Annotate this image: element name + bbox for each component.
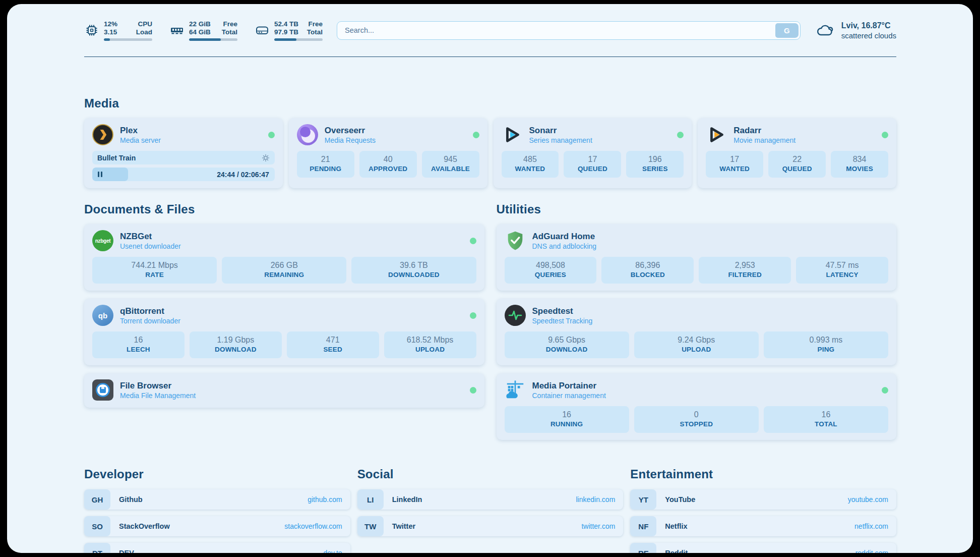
link-name: Reddit xyxy=(665,549,688,553)
pause-icon[interactable] xyxy=(98,172,102,177)
stat-value: 17 xyxy=(707,154,762,164)
stat-value: 39.6 TB xyxy=(352,260,475,270)
link-youtube[interactable]: YT YouTube youtube.com xyxy=(630,489,896,510)
stat-label: DOWNLOADED xyxy=(352,270,475,280)
link-badge: TW xyxy=(357,516,384,536)
app-subtitle: Speedtest Tracking xyxy=(532,316,593,325)
qbittorrent-card[interactable]: qb qBittorrent Torrent downloader 16 LEE… xyxy=(84,299,484,365)
stat-tile: 39.6 TB DOWNLOADED xyxy=(351,257,476,284)
stat-value: 16 xyxy=(506,409,628,420)
nzbget-icon-text: nzbget xyxy=(95,238,110,244)
stat-label: APPROVED xyxy=(360,164,416,174)
status-dot xyxy=(473,132,479,138)
link-netflix[interactable]: NF Netflix netflix.com xyxy=(630,516,896,536)
link-stackoverflow[interactable]: SO StackOverflow stackoverflow.com xyxy=(84,516,350,536)
link-twitter[interactable]: TW Twitter twitter.com xyxy=(357,516,624,536)
stat-tile: 266 GB REMAINING xyxy=(222,257,346,284)
link-url[interactable]: github.com xyxy=(308,495,350,504)
memory-icon xyxy=(169,23,185,38)
link-badge: YT xyxy=(630,489,656,510)
speedtest-card[interactable]: Speedtest Speedtest Tracking 9.65 Gbps D… xyxy=(497,299,897,365)
stat-label: RATE xyxy=(93,270,216,280)
stat-value: 16 xyxy=(765,409,887,420)
stat-value: 266 GB xyxy=(223,260,345,270)
ram-label-bottom: Total xyxy=(222,28,237,36)
stat-value: 86,396 xyxy=(602,260,693,270)
plex-icon xyxy=(92,124,113,145)
app-name: File Browser xyxy=(120,380,196,391)
section-entertainment: Entertainment YT YouTube youtube.com NF … xyxy=(630,467,896,553)
link-github[interactable]: GH Github github.com xyxy=(84,489,350,510)
stat-tile: 2,953 FILTERED xyxy=(699,257,791,284)
stat-label: QUEUED xyxy=(769,164,825,174)
stat-label: LATENCY xyxy=(797,270,887,280)
link-name: Twitter xyxy=(392,522,415,530)
stat-label: PENDING xyxy=(298,164,353,174)
app-name: Sonarr xyxy=(529,125,592,136)
app-name: AdGuard Home xyxy=(532,231,597,242)
stat-label: QUEUED xyxy=(565,164,620,174)
stat-label: TOTAL xyxy=(765,420,887,429)
search-input[interactable] xyxy=(337,21,801,40)
stat-label: UPLOAD xyxy=(635,345,758,354)
stat-label: WANTED xyxy=(707,164,762,174)
stat-tile: 0.993 ms PING xyxy=(764,331,888,358)
overseerr-card[interactable]: Overseerr Media Requests 21 PENDING 40 A… xyxy=(289,118,487,188)
stat-tile: 16 TOTAL xyxy=(764,406,888,433)
portainer-card[interactable]: Media Portainer Container management 16 … xyxy=(497,373,897,440)
radarr-card[interactable]: Radarr Movie management 17 WANTED 22 QUE… xyxy=(698,118,896,188)
link-url[interactable]: linkedin.com xyxy=(576,495,624,504)
link-dev[interactable]: DT DEV dev.to xyxy=(84,543,350,553)
stat-tile: 498,508 QUERIES xyxy=(505,257,597,284)
app-subtitle: Torrent downloader xyxy=(120,316,180,325)
status-dot xyxy=(470,312,476,319)
disk-label-bottom: Total xyxy=(307,28,323,36)
stat-tile: 17 QUEUED xyxy=(564,151,621,178)
stat-value: 21 xyxy=(298,154,353,164)
stat-label: DOWNLOAD xyxy=(506,345,628,354)
app-name: Plex xyxy=(120,125,161,136)
status-dot xyxy=(470,387,476,394)
link-badge: LI xyxy=(357,489,384,510)
disk-progress-bar xyxy=(274,38,323,41)
playback-progress-bar[interactable]: 24:44 / 02:06:47 xyxy=(92,168,275,181)
stat-value: 40 xyxy=(360,154,416,164)
section-utilities: Utilities xyxy=(497,202,897,440)
gear-icon[interactable] xyxy=(262,154,270,162)
adguard-card[interactable]: AdGuard Home DNS and adblocking 498,508 … xyxy=(497,224,897,291)
link-url[interactable]: youtube.com xyxy=(848,495,896,504)
filebrowser-card[interactable]: File Browser Media File Management xyxy=(84,373,484,408)
qbittorrent-icon-text: qb xyxy=(98,311,107,320)
cpu-label-top: CPU xyxy=(136,20,152,28)
search-engine-button[interactable]: G xyxy=(775,23,799,38)
link-reddit[interactable]: RE Reddit reddit.com xyxy=(630,543,896,553)
overseerr-icon xyxy=(297,124,318,145)
nzbget-card[interactable]: nzbget NZBGet Usenet downloader 744.21 M… xyxy=(84,224,484,291)
qbittorrent-icon: qb xyxy=(92,305,113,326)
stat-value: 1.19 Gbps xyxy=(191,335,281,345)
link-name: YouTube xyxy=(665,495,695,504)
link-url[interactable]: reddit.com xyxy=(855,549,896,553)
link-linkedin[interactable]: LI LinkedIn linkedin.com xyxy=(357,489,624,510)
sonarr-card[interactable]: Sonarr Series management 485 WANTED 17 Q… xyxy=(494,118,692,188)
radarr-icon xyxy=(706,124,727,145)
stat-value: 9.65 Gbps xyxy=(506,335,628,345)
stat-value: 17 xyxy=(565,154,620,164)
section-title-developer: Developer xyxy=(84,467,350,481)
link-url[interactable]: stackoverflow.com xyxy=(284,522,350,530)
stat-value: 834 xyxy=(832,154,887,164)
cpu-progress-bar xyxy=(104,38,152,41)
plex-card[interactable]: Plex Media server Bullet Train xyxy=(84,118,283,188)
link-url[interactable]: netflix.com xyxy=(854,522,896,530)
app-subtitle: Movie management xyxy=(733,136,795,145)
cloud-icon xyxy=(816,22,835,38)
stat-value: 744.21 Mbps xyxy=(93,260,216,270)
sonarr-icon xyxy=(502,124,523,145)
status-dot xyxy=(882,132,888,138)
stat-tile: 485 WANTED xyxy=(502,151,559,178)
stat-tile: 744.21 Mbps RATE xyxy=(92,257,217,284)
link-url[interactable]: dev.to xyxy=(324,549,350,553)
link-url[interactable]: twitter.com xyxy=(581,522,623,530)
stat-label: DOWNLOAD xyxy=(191,345,281,354)
adguard-shield-icon xyxy=(505,230,526,251)
